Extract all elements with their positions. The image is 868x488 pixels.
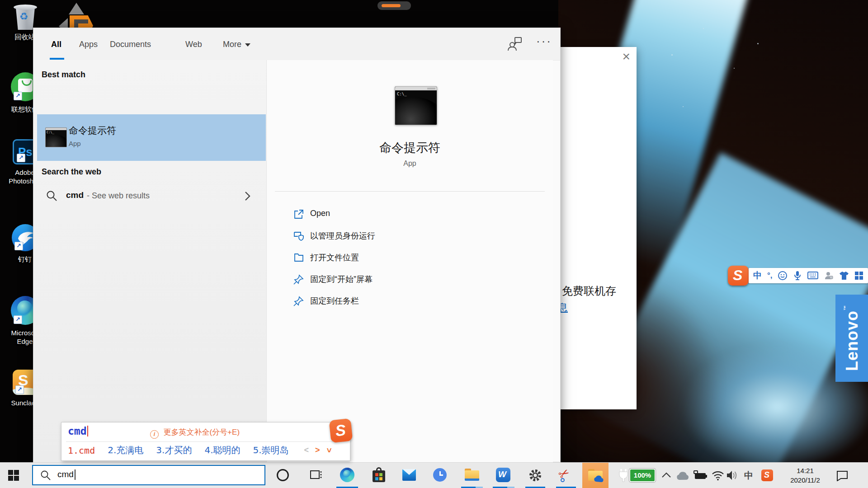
keyboard-icon[interactable] xyxy=(807,272,818,280)
taskbar-wps-icon[interactable]: W xyxy=(496,468,510,482)
wifi-icon[interactable] xyxy=(712,470,724,481)
lenovo-text: Lenovo™ xyxy=(843,294,861,382)
tab-documents[interactable]: Documents xyxy=(110,40,151,49)
ime-candidate-1[interactable]: 1.cmd xyxy=(68,445,95,456)
ms-square xyxy=(379,473,382,476)
edge-swirl xyxy=(17,300,33,316)
emoji-icon[interactable] xyxy=(778,271,788,281)
start-button[interactable] xyxy=(8,470,20,482)
cmd-icon-large: C:\_ xyxy=(395,86,437,125)
star xyxy=(703,28,704,29)
cmd-icon-prompt: C:\_ xyxy=(47,131,54,134)
battery-tip xyxy=(706,475,707,478)
divider xyxy=(275,191,545,192)
task-view-button[interactable] xyxy=(310,469,323,481)
sogou-toolbar: 中 °, xyxy=(749,268,868,283)
ime-hint-text: 更多英文补全(分号+E) xyxy=(163,428,240,436)
volume-icon[interactable] xyxy=(726,470,739,481)
taskbar-store-icon[interactable] xyxy=(373,467,385,483)
clock[interactable]: 14:21 2020/11/2 xyxy=(778,466,832,485)
action-pin-to-taskbar[interactable]: 固定到任务栏 xyxy=(293,291,537,312)
ime-candidate-4[interactable]: 4.聪明的 xyxy=(204,444,240,456)
tray-expand-chevron-icon[interactable] xyxy=(661,472,671,478)
close-icon[interactable]: × xyxy=(622,50,630,63)
chinese-mode-icon[interactable]: 中 xyxy=(753,270,762,282)
ime-candidate-3[interactable]: 3.才买的 xyxy=(156,444,192,456)
microphone-icon[interactable] xyxy=(793,271,802,281)
web-suffix: - See web results xyxy=(87,191,150,201)
shortcut-arrow-icon: ↗ xyxy=(14,315,22,324)
sogou-s: S xyxy=(733,267,742,284)
cmd-icon: C:\_ xyxy=(45,127,67,147)
start-pane xyxy=(14,476,19,481)
user-feedback-icon[interactable] xyxy=(507,36,523,52)
sogou-language-bar[interactable]: S 中 °, xyxy=(728,266,868,286)
star xyxy=(671,54,673,56)
taskbar-active-folder-slot[interactable] xyxy=(582,463,609,488)
toolbox-grid-icon[interactable] xyxy=(854,271,863,280)
tab-all[interactable]: All xyxy=(51,40,61,49)
ime-language-indicator[interactable]: 中 xyxy=(744,469,753,482)
lenovo-badge: Lenovo™ xyxy=(835,295,868,382)
ime-expand-icon[interactable]: > xyxy=(324,448,333,453)
skin-icon[interactable] xyxy=(839,271,849,280)
search-icon xyxy=(46,190,58,202)
cortana-button[interactable] xyxy=(277,469,289,481)
ime-candidate-5[interactable]: 5.崇明岛 xyxy=(253,444,289,456)
pin-icon xyxy=(293,295,305,307)
onedrive-tray-icon[interactable] xyxy=(675,471,690,480)
windows-search-panel: All Apps Documents Web More ··· Best mat… xyxy=(33,28,561,462)
taskbar-edge-icon[interactable] xyxy=(340,468,354,482)
ms-square xyxy=(375,473,378,476)
battery-tray-icon[interactable] xyxy=(693,472,707,479)
preview-title: 命令提示符 xyxy=(267,140,553,156)
bag-smile xyxy=(22,80,32,86)
punctuation-mode-icon[interactable]: °, xyxy=(767,271,773,280)
action-label: 固定到任务栏 xyxy=(310,296,359,306)
ime-divider xyxy=(66,441,344,442)
arrow-up-icon xyxy=(69,3,84,14)
taskbar-search-box[interactable]: cmd xyxy=(32,465,265,485)
tab-web[interactable]: Web xyxy=(185,40,202,49)
ime-candidate-2[interactable]: 2.充满电 xyxy=(108,444,143,456)
sogou-logo-icon[interactable]: S xyxy=(728,266,749,286)
action-pin-to-start[interactable]: 固定到“开始”屏幕 xyxy=(293,269,537,291)
start-pane xyxy=(8,476,13,481)
action-center-icon[interactable] xyxy=(836,470,848,481)
bag-shape xyxy=(18,79,33,92)
web-search-result[interactable]: cmd - See web results xyxy=(37,183,266,209)
cmd-icon-titlebar xyxy=(46,128,66,130)
plug-icon[interactable] xyxy=(618,468,629,483)
taskbar-clock-app-icon[interactable] xyxy=(433,468,447,482)
ime-hint[interactable]: i 更多英文补全(分号+E) xyxy=(150,427,240,439)
taskbar-settings-icon[interactable] xyxy=(528,468,542,483)
shield-icon xyxy=(293,230,305,242)
action-run-as-admin[interactable]: 以管理员身份运行 xyxy=(293,225,537,247)
taskbar-mail-icon[interactable] xyxy=(402,469,416,481)
sogou-tray-icon[interactable]: S xyxy=(761,469,773,481)
action-label: Open xyxy=(310,209,330,218)
ime-candidates-row: 1.cmd 2.充满电 3.才买的 4.聪明的 5.崇明岛 < > > xyxy=(68,444,344,456)
ime-caret xyxy=(87,426,88,436)
ime-candidate-window: cmd i 更多英文补全(分号+E) 1.cmd 2.充满电 3.才买的 4.聪… xyxy=(61,422,350,461)
overlay-handle[interactable] xyxy=(377,1,411,10)
info-icon: i xyxy=(150,430,159,439)
label-line2: Edge xyxy=(17,338,33,345)
taskbar-screenshot-icon[interactable]: ✂ xyxy=(559,467,573,483)
shortcut-arrow-icon: ↗ xyxy=(15,385,24,394)
ime-prev-page-icon[interactable]: < xyxy=(304,446,309,455)
best-match-result[interactable]: C:\_ 命令提示符 App xyxy=(37,114,266,161)
shortcut-arrow-icon: ↗ xyxy=(14,242,23,250)
clock-date: 2020/11/2 xyxy=(778,475,832,485)
action-open-file-location[interactable]: 打开文件位置 xyxy=(293,247,537,269)
ime-next-page-icon[interactable]: > xyxy=(315,446,320,455)
tab-apps[interactable]: Apps xyxy=(79,40,98,49)
taskbar-explorer-icon[interactable] xyxy=(465,469,479,481)
action-open[interactable]: Open xyxy=(293,204,537,225)
promo-text: 免费联机存 xyxy=(562,284,616,298)
more-options-icon[interactable]: ··· xyxy=(536,34,552,48)
account-icon[interactable] xyxy=(824,271,834,281)
battery-percentage-badge[interactable]: 100% xyxy=(629,469,656,482)
scissors-ring xyxy=(561,478,565,482)
tab-more[interactable]: More xyxy=(223,40,250,49)
